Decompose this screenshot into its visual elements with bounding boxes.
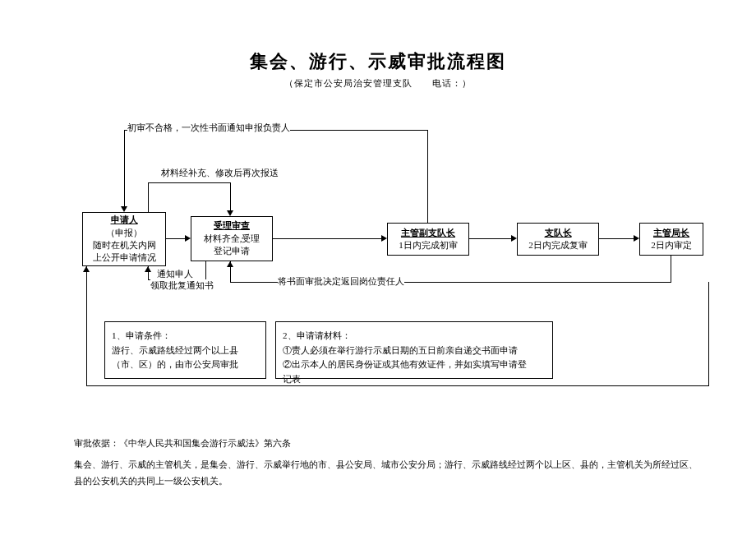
info-right-l2: ①责人必须在举行游行示威日期的五日前亲自递交书面申请 [283,344,546,358]
line-stub-right [708,282,709,321]
info-right-l4: 记表 [283,372,546,387]
page-subtitle: （保定市公安局治安管理支队 电话：） [0,77,756,90]
line-reject-up [427,130,428,223]
label-top-reject: 初审不合格，一次性书面通知申报负责人 [127,122,290,134]
footer-basis: 审批依据：《中华人民共和国集会游行示威法》第六条 [74,436,291,452]
box-vice: 主管副支队长 1日内完成初审 [387,223,469,256]
arrow-vice-chief [511,235,517,242]
arrow-chief-director [634,235,639,242]
review-l2: 登记申请 [214,245,250,257]
vice-l1: 1日内完成初审 [399,239,458,251]
applicant-l1: 随时在机关内网 [93,239,156,251]
line-reject-down [124,130,125,208]
director-l1: 2日内审定 [651,239,692,251]
arrow-resubmit-down [227,210,233,216]
review-l1: 材料齐全,受理 [204,233,260,245]
box-review: 受理审查 材料齐全,受理 登记申请 [191,216,273,261]
label-resubmit: 材料经补充、修改后再次报送 [161,167,279,179]
line-vice-chief [469,238,513,239]
applicant-l2: 上公开申请情况 [93,251,156,264]
line-bigloop-left [86,266,87,385]
line-notify-down [205,261,206,279]
vice-header: 主管副支队长 [401,227,455,239]
arrow-bigloop-up [83,266,90,272]
arrow-return-up [227,261,233,267]
info-right-l3: ②出示本人的居民身份证或其他有效证件，并如实填写申请登 [283,357,546,372]
label-notify-l1: 通知申人 [157,268,193,280]
info-left-l3: （市、区）的，由市公安局审批 [112,357,259,372]
line-bigloop-right [708,321,709,386]
box-chief: 支队长 2日内完成复审 [517,223,599,256]
box-director: 主管局长 2日内审定 [639,223,703,256]
director-header: 主管局长 [653,227,689,239]
arrow-reject-down [121,206,127,212]
info-box-materials: 2、申请请材料： ①责人必须在举行游行示威日期的五日前亲自递交书面申请 ②出示本… [275,321,553,379]
line-applicant-review [166,238,187,239]
review-header: 受理审查 [214,219,250,232]
info-right-l1: 2、申请请材料： [283,329,546,344]
line-chief-director [599,238,635,239]
footer-para: 集会、游行、示威的主管机关，是集会、游行、示威举行地的市、县公安局、城市公安分局… [74,457,698,490]
applicant-paren: （申报） [106,227,142,239]
applicant-header: 申请人 [111,214,138,226]
line-resubmit-down [230,182,231,212]
chief-l1: 2日内完成复审 [528,239,588,251]
arrow-applicant-review [185,235,191,242]
page-title: 集会、游行、示威审批流程图 [0,49,756,74]
line-review-vice [273,238,383,239]
arrow-notify-up [145,266,151,272]
box-applicant: 申请人 （申报） 随时在机关内网 上公开申请情况 [82,212,166,266]
chief-header: 支队长 [545,227,572,239]
line-resubmit-up [148,182,149,212]
info-left-l1: 1、申请条件： [112,329,259,344]
info-left-l2: 游行、示威路线经过两个以上县 [112,344,259,358]
label-return: 将书面审批决定返回岗位责任人 [278,275,404,288]
line-resubmit-top [148,182,230,183]
line-return-down1 [671,256,671,282]
info-box-conditions: 1、申请条件： 游行、示威路线经过两个以上县 （市、区）的，由市公安局审批 [104,321,266,379]
arrow-review-vice [381,235,387,242]
label-notify-l2: 领取批复通知书 [150,279,214,292]
